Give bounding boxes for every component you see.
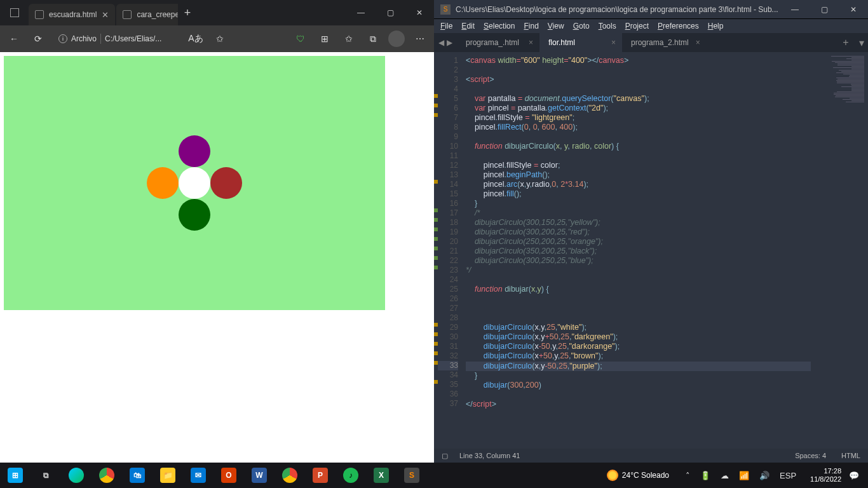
tray-volume-icon[interactable]: 🔊 xyxy=(757,471,772,480)
taskbar-store-icon[interactable]: 🛍 xyxy=(122,463,153,488)
menu-item[interactable]: View xyxy=(548,22,564,30)
taskbar-edge-icon[interactable] xyxy=(61,463,92,488)
clock-time: 17:28 xyxy=(810,467,841,475)
browser-tab[interactable]: cara_creeper.h✕ xyxy=(116,4,178,25)
editor-tabbar: ◀ ▶ programa_.html×flor.html×programa_2.… xyxy=(434,33,868,52)
tray-onedrive-icon[interactable]: ☁ xyxy=(718,471,731,480)
taskbar-chrome2-icon[interactable] xyxy=(275,463,305,488)
status-indent[interactable]: Spaces: 4 xyxy=(795,452,826,459)
line-number: 28 xyxy=(438,313,458,323)
new-tab-button[interactable]: + xyxy=(178,0,197,25)
editor-tab-menu-icon[interactable]: ▾ xyxy=(855,33,868,52)
minimize-button[interactable]: — xyxy=(346,0,376,25)
taskbar-sublime-icon[interactable]: S xyxy=(397,463,427,488)
taskbar-word-icon[interactable]: W xyxy=(244,463,275,488)
tab-close-icon[interactable]: ✕ xyxy=(102,10,109,20)
tray-notifications-icon[interactable]: 💬 xyxy=(846,471,862,480)
favorites-icon[interactable]: ✩ xyxy=(340,30,358,48)
taskbar-powerpoint-icon[interactable]: P xyxy=(305,463,336,488)
profile-avatar[interactable] xyxy=(388,30,405,47)
start-button[interactable]: ⊞ xyxy=(0,463,31,488)
tray-wifi-icon[interactable]: 📶 xyxy=(736,471,752,480)
status-cursor-pos: Line 33, Column 41 xyxy=(459,452,520,459)
taskbar-chrome-icon[interactable] xyxy=(92,463,122,488)
back-button[interactable]: ← xyxy=(5,30,23,48)
editor-minimize-button[interactable]: — xyxy=(780,5,810,14)
editor-tab-close-icon[interactable]: × xyxy=(696,38,700,47)
taskbar-excel-icon[interactable]: X xyxy=(366,463,397,488)
address-bar[interactable]: i Archivo C:/Users/Elias/... xyxy=(53,29,180,48)
code-line xyxy=(466,313,811,323)
taskbar-explorer-icon[interactable]: 📁 xyxy=(153,463,183,488)
menu-item[interactable]: Help xyxy=(708,22,724,30)
editor-tab[interactable]: programa_2.html× xyxy=(622,33,707,52)
menu-item[interactable]: Goto xyxy=(573,22,590,30)
tray-language[interactable]: ESP xyxy=(777,471,799,480)
editor-tab[interactable]: programa_.html× xyxy=(457,33,539,52)
sun-icon xyxy=(607,470,618,481)
tab-actions-icon[interactable] xyxy=(0,0,29,25)
editor-tab-close-icon[interactable]: × xyxy=(529,38,533,47)
code-line: </script> xyxy=(466,400,811,409)
browser-tab[interactable]: escuadra.html✕ xyxy=(29,4,115,25)
tray-clock[interactable]: 17:28 11/8/2022 xyxy=(804,467,841,484)
reload-button[interactable]: ⟳ xyxy=(29,30,47,48)
browser-chrome: escuadra.html✕cara_creeper.h✕flor.html✕ … xyxy=(0,0,434,52)
editor-close-button[interactable]: ✕ xyxy=(839,5,868,14)
svg-point-5 xyxy=(179,135,210,167)
line-number: 21 xyxy=(438,247,458,256)
code-line: function dibujarCirculo(x, y, radio, col… xyxy=(466,142,811,151)
file-icon xyxy=(123,10,132,19)
svg-point-1 xyxy=(179,167,210,199)
code-line: dibujarCirculo(300,200,25,"red"); xyxy=(466,227,811,237)
browser-titlebar: escuadra.html✕cara_creeper.h✕flor.html✕ … xyxy=(0,0,434,25)
site-info-icon[interactable]: i xyxy=(58,34,67,43)
tray-battery-icon[interactable]: 🔋 xyxy=(698,471,713,480)
line-number: 6 xyxy=(438,104,458,113)
code-line xyxy=(466,390,811,400)
shield-icon[interactable]: 🛡 xyxy=(292,30,309,48)
reader-mode-icon[interactable]: Aあ xyxy=(187,30,205,48)
weather-widget[interactable]: 24°C Soleado xyxy=(607,470,669,481)
system-tray: 24°C Soleado ˄ 🔋 ☁ 📶 🔊 ESP 17:28 11/8/20… xyxy=(607,467,868,484)
line-number: 16 xyxy=(438,199,458,208)
line-number-gutter: 1234567891011121314151617181920212223242… xyxy=(438,52,458,449)
menu-item[interactable]: File xyxy=(440,22,452,30)
maximize-button[interactable]: ▢ xyxy=(376,0,405,25)
close-button[interactable]: ✕ xyxy=(405,0,434,25)
gutter-marks xyxy=(434,52,438,449)
code-line: pincel.beginPath(); xyxy=(466,170,811,180)
menu-item[interactable]: Find xyxy=(524,22,538,30)
taskbar-mail-icon[interactable]: ✉ xyxy=(183,463,214,488)
tab-nav-icon[interactable]: ◀ ▶ xyxy=(434,33,457,52)
extensions-icon[interactable]: ⊞ xyxy=(316,30,334,48)
code-line: */ xyxy=(466,266,811,275)
more-menu-icon[interactable]: ⋯ xyxy=(411,30,429,48)
favorite-icon[interactable]: ✩ xyxy=(211,30,229,48)
editor-new-tab-button[interactable]: + xyxy=(836,33,855,52)
code-line xyxy=(466,275,811,285)
tray-chevron-icon[interactable]: ˄ xyxy=(683,471,693,480)
menu-item[interactable]: Edit xyxy=(461,22,475,30)
line-number: 10 xyxy=(438,142,458,151)
menu-item[interactable]: Selection xyxy=(484,22,515,30)
taskbar-office-icon[interactable]: O xyxy=(214,463,244,488)
editor-titlebar: S C:\Users\Elias\Desktop\logica de progr… xyxy=(434,0,868,19)
taskbar-spotify-icon[interactable]: ♪ xyxy=(336,463,366,488)
line-number: 13 xyxy=(438,170,458,180)
editor-tab[interactable]: flor.html× xyxy=(539,33,622,52)
editor-tab-close-icon[interactable]: × xyxy=(611,38,616,47)
menu-item[interactable]: Tools xyxy=(599,22,616,30)
menu-item[interactable]: Project xyxy=(625,22,649,30)
task-view-icon[interactable]: ⧉ xyxy=(31,463,61,488)
editor-maximize-button[interactable]: ▢ xyxy=(810,5,839,14)
status-language[interactable]: HTML xyxy=(841,452,860,459)
code-line xyxy=(466,65,811,75)
collections-icon[interactable]: ⧉ xyxy=(364,30,382,48)
code-line: function dibujar(x,y) { xyxy=(466,285,811,294)
code-area[interactable]: <canvas width="600" height="400"></canva… xyxy=(458,52,811,449)
line-number: 11 xyxy=(438,151,458,161)
menu-item[interactable]: Preferences xyxy=(658,22,699,30)
minimap[interactable] xyxy=(811,52,868,449)
code-line: pincel.fillStyle = color; xyxy=(466,161,811,170)
